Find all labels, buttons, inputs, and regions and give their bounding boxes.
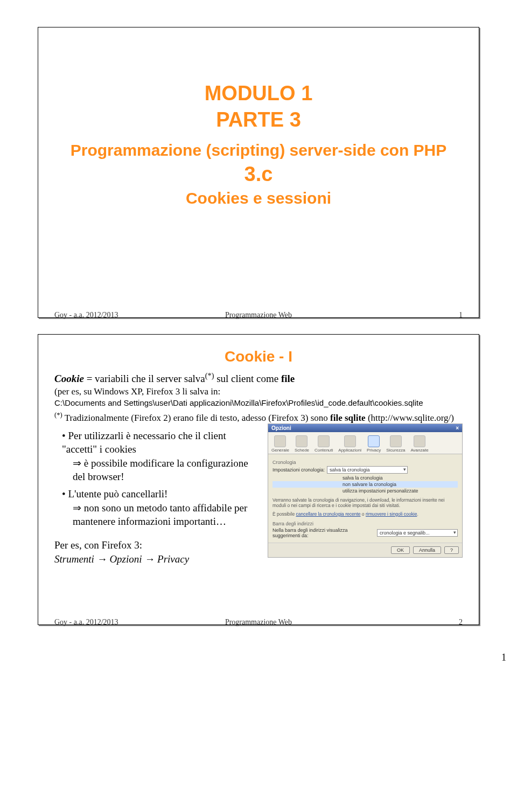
dialog-title-text: Opzioni [271,425,291,431]
para1-mid: = variabili che il server salva [84,373,205,384]
addressbar-select[interactable]: cronologia e segnalib... [377,529,458,537]
addressbar-label: Nella barra degli indirizzi visualizza s… [273,528,375,538]
slide2-heading: Cookie - I [54,348,463,365]
tab-schede[interactable]: Schede [295,435,309,453]
tab-applicazioni[interactable]: Applicazioni [338,435,361,453]
cancel-button[interactable]: Annulla [413,546,441,554]
page-number: 1 [0,652,517,674]
history-select[interactable]: salva la cronologia [327,466,408,474]
history-label: Impostazioni cronologia: [273,467,325,473]
note-a: Tradizionalmente (Firefox 2) erano file … [62,413,330,423]
para1-pre: Cookie [54,373,84,384]
para1-bold: file [281,373,295,384]
dialog-body: Cronologia Impostazioni cronologia: salv… [268,454,462,543]
ok-button[interactable]: OK [391,546,410,554]
tab-generale[interactable]: Generale [271,435,289,453]
opt-non-salvare[interactable]: non salvare la cronologia [273,481,458,488]
slide-1: MODULO 1 PARTE 3 Programmazione (scripti… [38,27,479,318]
note-sup: (*) [54,411,62,419]
opt-personalizzate[interactable]: utilizza impostazioni personalizzate [273,488,458,494]
slide1-subtitle1: Programmazione (scripting) server-side c… [54,141,463,159]
slide1-title1: MODULO 1 [54,82,463,105]
dialog-info2: È possibile cancellare la cronologia rec… [273,511,458,517]
link-remove-cookies[interactable]: rimuovere i singoli cookie [366,511,417,517]
help-button[interactable]: ? [444,546,459,554]
options-dialog: Opzioni × Generale Schede Contenuti Appl… [268,424,463,558]
footer-center: Programmazione Web [54,618,463,627]
path-line: C:\Documents and Settings\user\Dati appl… [54,398,463,407]
path-intro: (per es, su Windows XP, Firefox 3 li sal… [54,386,463,398]
slide2-note: (*) Tradizionalmente (Firefox 2) erano f… [54,411,463,425]
slide1-title2: PARTE 3 [54,108,463,131]
tab-privacy[interactable]: Privacy [367,435,381,453]
slide-2: Cookie - I Cookie = variabili che il ser… [38,334,479,625]
para1-sup: (*) [205,371,214,380]
dialog-info1: Verranno salvate la cronologia di naviga… [273,497,458,508]
note-b: (http://www.sqlite.org/) [366,413,454,423]
dialog-buttons: OK Annulla ? [268,543,462,557]
footer-center: Programmazione Web [54,311,463,320]
slide1-subtitle2: 3.c [54,163,463,186]
slide1-subtitle3: Cookies e sessioni [54,189,463,207]
opt-salva[interactable]: salva la cronologia [273,475,458,481]
tab-sicurezza[interactable]: Sicurezza [386,435,405,453]
para1-post: sul client come [214,373,281,384]
group-cronologia: Cronologia [273,460,458,465]
footer-right: 2 [459,618,463,627]
slide2-para1: Cookie = variabili che il server salva(*… [54,371,463,386]
tab-contenuti[interactable]: Contenuti [315,435,333,453]
group-barra: Barra degli indirizzi [273,521,458,526]
dialog-tabs: Generale Schede Contenuti Applicazioni P… [268,432,462,454]
close-icon[interactable]: × [456,425,459,431]
footer-right: 1 [459,311,463,320]
dialog-titlebar: Opzioni × [268,424,462,432]
link-clear-history[interactable]: cancellare la cronologia recente [296,511,360,517]
note-bold: file sqlite [330,413,366,423]
tab-avanzate[interactable]: Avanzate [410,435,428,453]
